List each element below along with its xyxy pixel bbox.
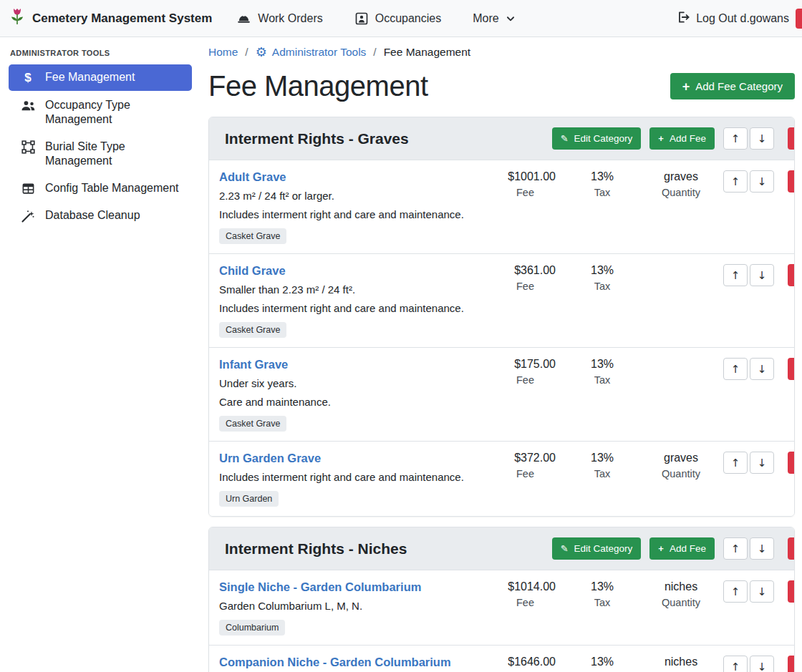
fee-name-link[interactable]: Adult Grave (219, 170, 286, 184)
fee-row: Companion Niche - Garden Columbarium Gar… (209, 645, 794, 672)
nav-work-orders[interactable]: Work Orders (236, 11, 322, 26)
fee-label: Fee (495, 597, 556, 608)
tax-value: 13% (577, 264, 627, 277)
edit-category-label: Edit Category (574, 543, 633, 554)
nav-more-label: More (473, 12, 498, 25)
arrow-up-icon: ↑ (731, 132, 740, 145)
move-fee-up-button[interactable]: ↑ (723, 452, 748, 474)
arrow-up-icon: ↑ (731, 457, 740, 469)
sidebar-heading: ADMINISTRATOR TOOLS (0, 44, 200, 63)
move-fee-down-button[interactable]: ↓ (750, 358, 774, 380)
sidebar-item-label: Fee Management (45, 70, 135, 84)
delete-fee-button-partial[interactable] (788, 580, 794, 603)
edit-category-button[interactable]: ✎ Edit Category (552, 127, 642, 150)
delete-fee-button-partial[interactable] (788, 656, 794, 672)
arrow-up-icon: ↑ (731, 363, 740, 376)
move-fee-down-button[interactable]: ↓ (750, 170, 774, 193)
delete-fee-button-partial[interactable] (788, 358, 794, 380)
tax-column: 13% Tax (577, 358, 627, 386)
fee-label: Fee (495, 468, 556, 479)
sidebar-item-label: Database Cleanup (45, 208, 140, 223)
quantity-column: niches Quantity (642, 656, 720, 672)
fee-amount-column: $1646.00 Fee (495, 656, 556, 672)
quantity-value: niches (642, 580, 720, 593)
tax-column: 13% Tax (577, 656, 627, 672)
delete-category-button-partial[interactable] (788, 537, 794, 560)
delete-category-button-partial[interactable] (788, 127, 794, 150)
fee-name-link[interactable]: Urn Garden Grave (219, 452, 321, 465)
move-category-up-button[interactable]: ↑ (723, 127, 748, 150)
nav-more[interactable]: More (473, 12, 515, 25)
arrow-up-icon: ↑ (731, 542, 740, 555)
fee-description: 2.23 m² / 24 ft² or larger. (219, 190, 495, 202)
move-category-down-button[interactable]: ↓ (750, 537, 774, 560)
admin-sidebar: ADMINISTRATOR TOOLS $ Fee Management Occ… (0, 37, 200, 672)
fee-amount-column: $1001.00 Fee (495, 170, 556, 198)
pencil-icon: ✎ (561, 134, 569, 143)
tax-label: Tax (577, 374, 627, 386)
fee-name-link[interactable]: Infant Grave (219, 358, 288, 371)
move-category-up-button[interactable]: ↑ (723, 537, 748, 560)
fee-rows: Adult Grave 2.23 m² / 24 ft² or larger.I… (209, 160, 794, 516)
tax-value: 13% (577, 170, 627, 183)
add-fee-button[interactable]: + Add Fee (649, 537, 715, 560)
logout-label: Log Out d.gowans (696, 12, 789, 25)
delete-fee-button-partial[interactable] (788, 452, 794, 474)
move-fee-up-button[interactable]: ↑ (723, 170, 748, 193)
add-fee-label: Add Fee (670, 133, 706, 144)
sidebar-item-config-table-management[interactable]: Config Table Management (9, 175, 192, 201)
fee-row: Adult Grave 2.23 m² / 24 ft² or larger.I… (209, 160, 794, 253)
delete-fee-button-partial[interactable] (788, 170, 794, 193)
fee-amount: $1014.00 (495, 580, 556, 593)
fee-amount: $372.00 (495, 452, 556, 464)
fee-description: Care and maintenance. (219, 396, 495, 408)
arrow-down-icon: ↓ (758, 661, 767, 672)
fee-category-header: Interment Rights - Niches ✎ Edit Categor… (209, 527, 794, 570)
tax-label: Tax (577, 187, 627, 198)
tax-label: Tax (577, 597, 627, 608)
move-fee-down-button[interactable]: ↓ (750, 656, 774, 672)
navbar-delete-button-partial[interactable] (796, 9, 802, 29)
sidebar-item-burial-site-type-management[interactable]: Burial Site Type Management (9, 134, 192, 174)
plot-icon (20, 140, 36, 154)
move-category-down-button[interactable]: ↓ (750, 127, 774, 150)
sidebar-item-occupancy-type-management[interactable]: Occupancy Type Management (9, 92, 192, 132)
move-fee-up-button[interactable]: ↑ (723, 656, 748, 672)
fee-name-link[interactable]: Companion Niche - Garden Columbarium (219, 656, 451, 669)
add-fee-category-button[interactable]: + Add Fee Category (670, 73, 795, 99)
breadcrumb-separator: / (245, 46, 248, 59)
fee-descriptions: 2.23 m² / 24 ft² or larger.Includes inte… (219, 190, 495, 220)
edit-category-button[interactable]: ✎ Edit Category (552, 537, 642, 560)
move-fee-up-button[interactable]: ↑ (723, 264, 748, 286)
move-fee-up-button[interactable]: ↑ (723, 580, 748, 603)
fee-description: Includes interment right and care and ma… (219, 302, 495, 314)
fee-descriptions: Smaller than 2.23 m² / 24 ft².Includes i… (219, 283, 495, 314)
move-fee-up-button[interactable]: ↑ (723, 358, 748, 380)
quantity-value: niches (642, 656, 720, 668)
logout-button[interactable]: Log Out d.gowans (676, 10, 789, 27)
fee-category-card: Interment Rights - Niches ✎ Edit Categor… (208, 527, 795, 672)
move-fee-down-button[interactable]: ↓ (750, 580, 774, 603)
breadcrumb-admin-tools-link[interactable]: ⚙ Administrator Tools (256, 46, 367, 59)
breadcrumb-home-link[interactable]: Home (208, 46, 238, 59)
category-title: Interment Rights - Niches (225, 540, 407, 557)
sidebar-item-fee-management[interactable]: $ Fee Management (9, 64, 192, 91)
add-fee-category-label: Add Fee Category (695, 80, 783, 92)
quantity-column: graves Quantity (642, 452, 720, 479)
nav-occupancies[interactable]: Occupancies (354, 11, 442, 26)
fee-row: Child Grave Smaller than 2.23 m² / 24 ft… (209, 253, 794, 347)
fee-row: Single Niche - Garden Columbarium Garden… (209, 570, 794, 645)
add-fee-button[interactable]: + Add Fee (649, 127, 715, 150)
tax-value: 13% (577, 358, 627, 371)
fee-description: Under six years. (219, 377, 495, 389)
move-fee-down-button[interactable]: ↓ (750, 452, 774, 474)
move-fee-down-button[interactable]: ↓ (750, 264, 774, 286)
fee-name-link[interactable]: Single Niche - Garden Columbarium (219, 580, 421, 594)
categories-container: Interment Rights - Graves ✎ Edit Categor… (208, 117, 795, 672)
delete-fee-button-partial[interactable] (788, 264, 794, 286)
tax-label: Tax (577, 281, 627, 292)
quantity-label: Quantity (642, 597, 720, 608)
sidebar-item-database-cleanup[interactable]: Database Cleanup (9, 203, 192, 229)
plus-icon: + (658, 134, 664, 143)
fee-name-link[interactable]: Child Grave (219, 264, 286, 278)
